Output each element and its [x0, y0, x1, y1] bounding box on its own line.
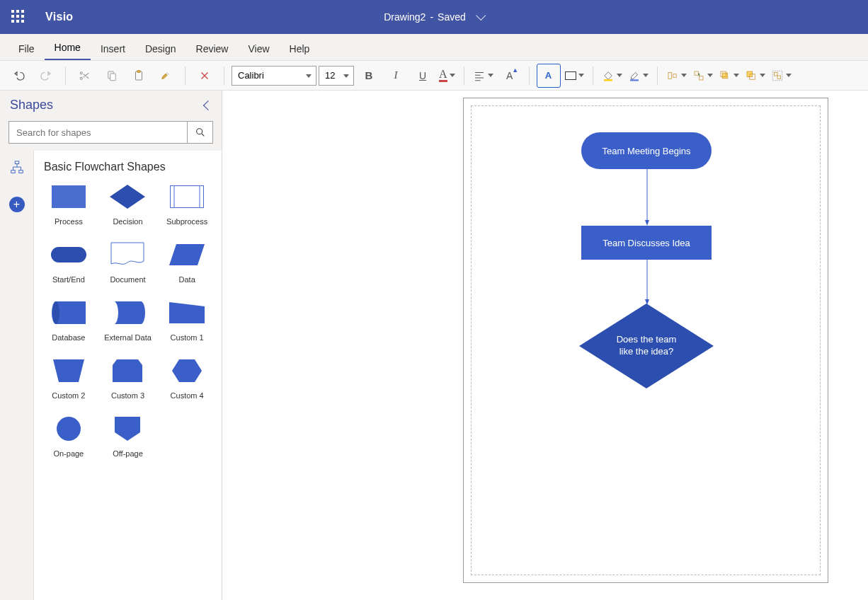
- font-size-input[interactable]: [319, 66, 354, 86]
- redo-button[interactable]: [34, 64, 58, 88]
- separator: [224, 67, 224, 85]
- shape-start-end[interactable]: Start/End: [41, 241, 96, 284]
- shape-process[interactable]: Process: [41, 183, 96, 226]
- position-icon: [692, 69, 705, 82]
- content-area: Shapes +: [0, 91, 868, 600]
- delete-button[interactable]: [193, 64, 217, 88]
- separator: [185, 67, 185, 85]
- align-objects-icon: [666, 69, 679, 82]
- underline-button[interactable]: U: [411, 64, 435, 88]
- font-size-wrap: [319, 66, 354, 86]
- app-name: Visio: [45, 11, 73, 23]
- flowchart-node-process[interactable]: Team Discusses Idea: [581, 226, 712, 260]
- shape-document[interactable]: Document: [101, 241, 156, 284]
- shapes-body: + Basic Flowchart Shapes Process Decisio…: [0, 151, 222, 600]
- svg-rect-1: [110, 74, 116, 81]
- shape-onpage[interactable]: On-page: [41, 415, 96, 458]
- shape-external-data[interactable]: External Data: [101, 299, 156, 342]
- shape-outline-button[interactable]: [564, 69, 586, 83]
- tab-home[interactable]: Home: [45, 35, 91, 60]
- tab-help[interactable]: Help: [280, 36, 320, 60]
- chevron-down-icon: [760, 74, 765, 77]
- offpage-icon: [108, 415, 147, 442]
- node-text-line2: like the idea?: [619, 346, 674, 357]
- svg-marker-32: [172, 359, 202, 382]
- shape-offpage[interactable]: Off-page: [101, 415, 156, 458]
- shape-search-button[interactable]: [187, 122, 212, 143]
- data-icon: [167, 241, 207, 268]
- stencil-flowchart-button[interactable]: [7, 158, 27, 178]
- cut-button[interactable]: [73, 64, 97, 88]
- chevron-down-icon: [450, 74, 455, 77]
- document-title[interactable]: Drawing2 - Saved: [384, 11, 484, 23]
- flowchart-node-start[interactable]: Team Meeting Begins: [581, 132, 712, 169]
- drawing-canvas[interactable]: Team Meeting Begins Team Discusses Idea: [222, 91, 868, 600]
- align-button[interactable]: [472, 67, 495, 85]
- text-block-button[interactable]: A: [537, 64, 561, 88]
- send-back-button[interactable]: [743, 67, 767, 85]
- separator: [464, 67, 464, 85]
- shape-label: Start/End: [52, 275, 85, 284]
- plus-icon: +: [9, 197, 25, 212]
- tab-review[interactable]: Review: [186, 36, 239, 60]
- shape-database[interactable]: Database: [41, 299, 96, 342]
- ribbon-tab-bar: File Home Insert Design Review View Help: [0, 34, 868, 61]
- undo-button[interactable]: [7, 64, 31, 88]
- svg-marker-29: [169, 302, 205, 323]
- shape-decision[interactable]: Decision: [101, 183, 156, 226]
- group-button[interactable]: [770, 67, 793, 85]
- svg-marker-31: [113, 359, 142, 382]
- shape-label: Custom 1: [171, 333, 204, 342]
- shape-search-input[interactable]: [9, 122, 187, 143]
- shape-label: Decision: [113, 217, 142, 226]
- highlight-button[interactable]: [627, 67, 650, 85]
- bring-front-button[interactable]: [717, 67, 741, 85]
- svg-point-28: [52, 301, 59, 324]
- shape-custom2[interactable]: Custom 2: [41, 357, 96, 400]
- fill-color-button[interactable]: [600, 67, 624, 85]
- tab-insert[interactable]: Insert: [91, 36, 135, 60]
- search-icon: [195, 127, 206, 138]
- font-name-input[interactable]: [232, 66, 316, 86]
- shape-label: Custom 2: [52, 391, 85, 400]
- x-icon: [198, 69, 211, 82]
- chevron-down-icon: [476, 11, 486, 21]
- database-icon: [49, 299, 88, 326]
- increase-font-button[interactable]: A▲: [498, 64, 522, 88]
- shape-data[interactable]: Data: [159, 241, 215, 284]
- node-text-line1: Does the team: [617, 334, 677, 345]
- arrange-position-button[interactable]: [691, 67, 714, 85]
- scissors-icon: [79, 69, 91, 82]
- svg-rect-19: [11, 171, 15, 173]
- svg-rect-6: [668, 72, 672, 79]
- rectangle-icon: [565, 71, 576, 80]
- copy-button[interactable]: [100, 64, 124, 88]
- tab-design[interactable]: Design: [135, 36, 186, 60]
- shape-custom4[interactable]: Custom 4: [159, 357, 215, 400]
- add-stencil-button[interactable]: +: [7, 195, 27, 214]
- tab-view[interactable]: View: [238, 36, 279, 60]
- format-painter-button[interactable]: [154, 64, 178, 88]
- shape-custom1[interactable]: Custom 1: [159, 299, 215, 342]
- app-launcher-icon[interactable]: [11, 10, 25, 24]
- connector[interactable]: [645, 169, 649, 226]
- collapse-panel-icon[interactable]: [203, 100, 213, 110]
- paste-button[interactable]: [127, 64, 151, 88]
- svg-marker-22: [110, 185, 145, 209]
- custom4-icon: [167, 357, 207, 384]
- chevron-down-icon: [578, 74, 584, 77]
- flowchart-node-decision[interactable]: Does the team like the idea?: [579, 304, 714, 388]
- font-color-button[interactable]: A: [438, 66, 457, 85]
- bold-button[interactable]: B: [357, 64, 381, 88]
- italic-button[interactable]: I: [384, 64, 408, 88]
- shape-subprocess[interactable]: Subprocess: [159, 183, 215, 226]
- shape-custom3[interactable]: Custom 3: [101, 357, 156, 400]
- svg-rect-4: [604, 79, 612, 81]
- connector[interactable]: [645, 260, 649, 305]
- document-icon: [108, 241, 147, 268]
- arrange-align-button[interactable]: [665, 67, 688, 85]
- svg-rect-7: [673, 74, 676, 77]
- tab-file[interactable]: File: [8, 36, 45, 60]
- shape-label: External Data: [104, 333, 152, 342]
- shape-label: Data: [179, 275, 195, 284]
